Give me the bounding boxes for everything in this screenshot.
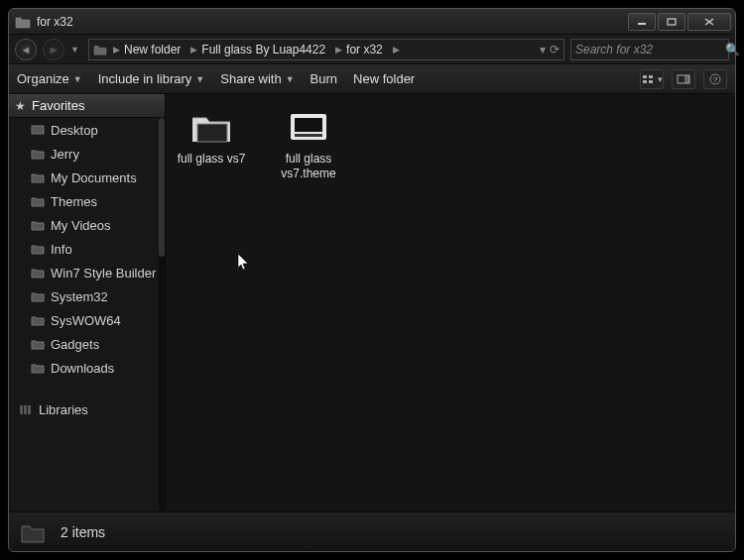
file-label: full glass vs7 <box>178 152 246 167</box>
titlebar: for x32 <box>9 9 735 35</box>
svg-rect-13 <box>28 405 31 414</box>
file-item-folder[interactable]: full glass vs7 <box>176 108 247 167</box>
svg-rect-16 <box>295 118 322 132</box>
burn-button[interactable]: Burn <box>310 71 337 86</box>
status-bar: 2 items <box>9 511 735 551</box>
sidebar-item-themes[interactable]: Themes <box>9 189 165 213</box>
chevron-down-icon: ▾ <box>658 74 663 84</box>
folder-icon <box>15 15 31 29</box>
folder-icon <box>31 148 45 160</box>
help-button[interactable]: ? <box>703 69 727 89</box>
scrollbar-thumb[interactable] <box>159 118 165 257</box>
svg-rect-17 <box>295 134 322 137</box>
file-list[interactable]: full glass vs7 full glass vs7.theme <box>166 94 735 511</box>
folder-icon <box>31 171 45 183</box>
breadcrumb[interactable]: ▶ Full glass By Luap4422 <box>185 43 329 56</box>
folder-icon <box>93 44 107 56</box>
chevron-right-icon: ▶ <box>335 45 342 55</box>
maximize-button[interactable] <box>658 13 685 31</box>
search-icon[interactable]: 🔍 <box>725 43 740 56</box>
svg-rect-11 <box>20 405 23 414</box>
new-folder-button[interactable]: New folder <box>353 71 415 86</box>
folder-icon <box>31 195 45 207</box>
sidebar-item-jerry[interactable]: Jerry <box>9 142 165 166</box>
folder-icon <box>31 362 45 374</box>
chevron-right-icon: ▶ <box>113 45 120 55</box>
view-options-button[interactable]: ▾ <box>640 69 664 89</box>
sidebar-item-syswow64[interactable]: SysWOW64 <box>9 308 165 332</box>
svg-rect-5 <box>649 80 653 83</box>
back-button[interactable]: ◄ <box>15 39 37 60</box>
star-icon: ★ <box>15 99 26 113</box>
folder-icon <box>31 267 45 279</box>
sidebar-item-documents[interactable]: My Documents <box>9 166 165 189</box>
status-text: 2 items <box>61 524 105 540</box>
sidebar-item-label: Downloads <box>51 361 114 376</box>
svg-rect-2 <box>643 75 647 78</box>
nav-history-dropdown[interactable]: ▼ <box>70 45 82 55</box>
toolbar-label: Include in library <box>98 71 192 86</box>
cursor-icon <box>237 253 251 271</box>
address-dropdown-icon[interactable]: ▾ <box>540 43 546 56</box>
sidebar-item-label: Info <box>51 242 72 257</box>
sidebar-item-gadgets[interactable]: Gadgets <box>9 332 165 356</box>
breadcrumb[interactable]: ▶ for x32 <box>329 43 387 56</box>
sidebar-item-videos[interactable]: My Videos <box>9 213 165 237</box>
chevron-right-icon: ▶ <box>190 45 197 55</box>
search-input[interactable] <box>575 43 725 56</box>
sidebar-item-label: My Documents <box>51 170 137 185</box>
sidebar-item-libraries[interactable]: Libraries <box>9 397 165 421</box>
close-button[interactable] <box>687 13 731 31</box>
sidebar-item-label: Libraries <box>39 402 88 417</box>
svg-rect-0 <box>638 23 646 25</box>
address-bar[interactable]: ▶ New folder ▶ Full glass By Luap4422 ▶ … <box>88 39 564 60</box>
svg-rect-7 <box>684 75 689 83</box>
preview-pane-button[interactable] <box>672 69 695 89</box>
toolbar-label: Share with <box>220 71 281 86</box>
file-label: full glass vs7.theme <box>273 152 344 181</box>
include-library-menu[interactable]: Include in library ▼ <box>98 71 205 86</box>
sidebar-item-label: Gadgets <box>51 337 99 352</box>
chevron-down-icon: ▼ <box>286 74 295 84</box>
sidebar-item-label: SysWOW64 <box>51 313 121 328</box>
svg-rect-10 <box>32 126 44 134</box>
folder-icon <box>31 290 45 302</box>
sidebar-item-system32[interactable]: System32 <box>9 284 165 308</box>
organize-menu[interactable]: Organize ▼ <box>17 71 82 86</box>
search-box[interactable]: 🔍 <box>570 39 729 60</box>
window-title: for x32 <box>37 15 628 29</box>
window-controls <box>628 13 731 31</box>
sidebar-item-label: System32 <box>51 289 108 304</box>
sidebar-item-desktop[interactable]: Desktop <box>9 118 165 142</box>
minimize-button[interactable] <box>628 13 656 31</box>
toolbar-label: New folder <box>353 71 415 86</box>
folder-icon <box>31 219 45 231</box>
chevron-down-icon: ▼ <box>195 74 204 84</box>
favorites-header[interactable]: ★ Favorites <box>9 94 165 118</box>
folder-icon <box>31 314 45 326</box>
svg-text:?: ? <box>713 75 718 84</box>
folder-icon <box>187 108 235 148</box>
forward-button[interactable]: ► <box>43 39 64 60</box>
svg-rect-1 <box>668 19 676 25</box>
favorites-label: Favorites <box>32 98 84 113</box>
folder-icon <box>31 124 45 136</box>
sidebar-item-label: Win7 Style Builder <box>51 266 156 280</box>
file-item-theme[interactable]: full glass vs7.theme <box>273 108 344 181</box>
breadcrumb-label: New folder <box>124 43 181 56</box>
theme-file-icon <box>285 108 332 148</box>
folder-icon <box>31 338 45 350</box>
refresh-icon[interactable]: ⟳ <box>550 43 559 56</box>
toolbar: Organize ▼ Include in library ▼ Share wi… <box>9 64 735 94</box>
svg-rect-12 <box>24 405 27 414</box>
sidebar-item-downloads[interactable]: Downloads <box>9 356 165 380</box>
breadcrumb-label: for x32 <box>346 43 383 56</box>
libraries-icon <box>19 403 33 415</box>
folder-icon <box>31 243 45 255</box>
breadcrumb[interactable]: ▶ New folder <box>107 43 185 56</box>
sidebar-item-label: My Videos <box>51 218 110 233</box>
sidebar-item-win7-style-builder[interactable]: Win7 Style Builder <box>9 261 165 284</box>
chevron-right-icon: ▶ <box>393 45 400 55</box>
share-with-menu[interactable]: Share with ▼ <box>220 71 294 86</box>
sidebar-item-info[interactable]: Info <box>9 237 165 261</box>
